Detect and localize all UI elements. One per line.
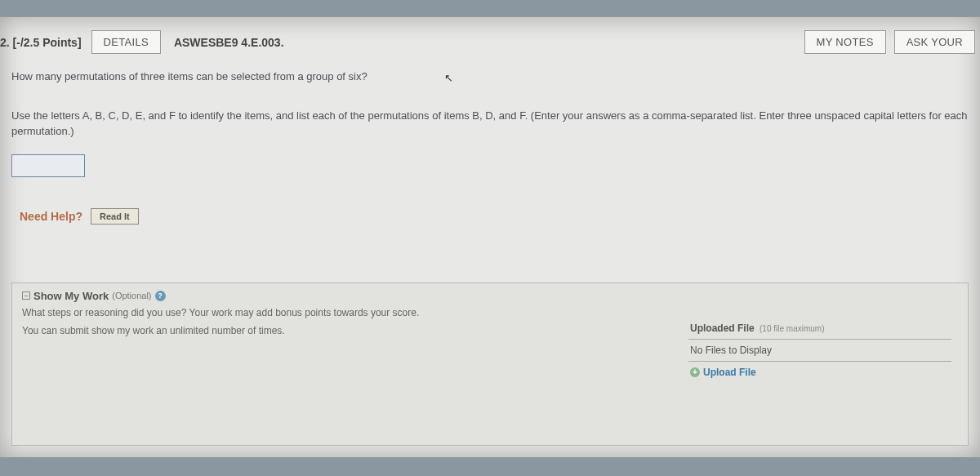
- show-work-optional: (Optional): [112, 291, 151, 300]
- upload-file-link[interactable]: + Upload File: [690, 367, 950, 378]
- need-help-row: Need Help? Read It: [13, 200, 967, 234]
- question-text-2: Use the letters A, B, C, D, E, and F to …: [11, 108, 969, 140]
- no-files-row: No Files to Display: [688, 340, 951, 362]
- upload-file-row: + Upload File: [688, 362, 951, 383]
- question-body: How many permutations of three items can…: [0, 64, 980, 250]
- question-code: ASWESBE9 4.E.003.: [174, 36, 284, 49]
- header-right-buttons: MY NOTES ASK YOUR: [804, 30, 973, 54]
- help-icon[interactable]: ?: [155, 291, 166, 301]
- show-work-desc2: You can submit show my work an unlimited…: [22, 323, 672, 338]
- uploaded-file-sub: (10 file maximum): [760, 324, 824, 333]
- show-work-left: – Show My Work (Optional) ? What steps o…: [22, 290, 672, 445]
- answer-input[interactable]: [11, 154, 85, 177]
- expand-icon[interactable]: –: [22, 291, 30, 300]
- show-my-work-panel: – Show My Work (Optional) ? What steps o…: [11, 282, 969, 446]
- question-text-1: How many permutations of three items can…: [11, 69, 969, 85]
- need-help-label: Need Help?: [20, 208, 82, 225]
- show-work-desc1: What steps or reasoning did you use? You…: [22, 305, 672, 320]
- question-line1: How many permutations of three items can…: [11, 70, 368, 82]
- show-work-right: Uploaded File (10 file maximum) No Files…: [688, 290, 958, 445]
- read-it-button[interactable]: Read It: [91, 208, 139, 225]
- show-work-title: Show My Work: [33, 290, 109, 302]
- plus-icon: +: [690, 367, 700, 377]
- details-button[interactable]: DETAILS: [91, 30, 161, 54]
- uploaded-file-title: Uploaded File: [690, 323, 755, 334]
- question-header: 2. [-/2.5 Points] DETAILS ASWESBE9 4.E.0…: [0, 17, 980, 64]
- my-notes-button[interactable]: MY NOTES: [804, 30, 886, 54]
- show-work-header[interactable]: – Show My Work (Optional) ?: [22, 290, 672, 302]
- question-number-points: 2. [-/2.5 Points]: [0, 36, 82, 49]
- cursor-icon: ↖: [444, 70, 453, 87]
- ask-teacher-button[interactable]: ASK YOUR: [894, 30, 975, 54]
- upload-file-label: Upload File: [703, 367, 756, 378]
- uploaded-file-header: Uploaded File (10 file maximum): [688, 318, 951, 340]
- question-page: 2. [-/2.5 Points] DETAILS ASWESBE9 4.E.0…: [0, 16, 980, 457]
